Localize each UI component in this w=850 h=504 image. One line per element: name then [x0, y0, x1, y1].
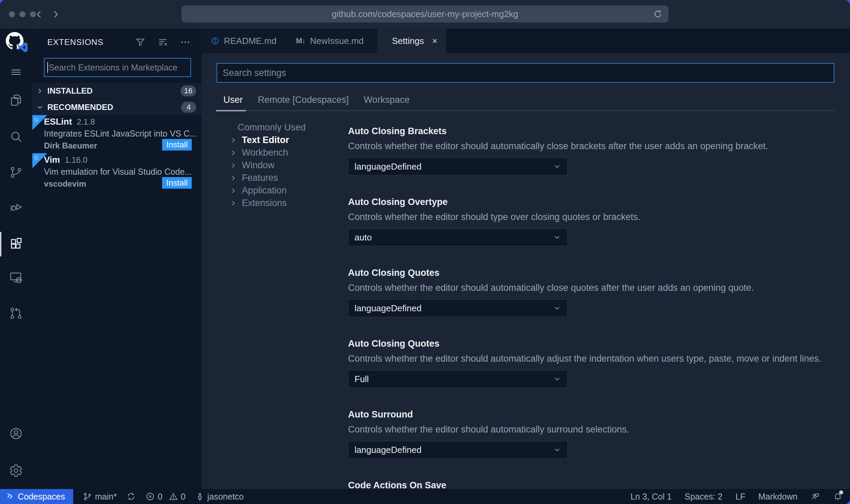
text-cursor	[47, 62, 48, 73]
menu-icon[interactable]	[9, 65, 23, 80]
source-control-icon[interactable]	[9, 165, 23, 180]
feedback-icon[interactable]	[810, 492, 820, 501]
setting-auto-closing-quotes: Auto Closing Quotes Controls whether the…	[348, 267, 835, 317]
branch-indicator[interactable]: main*	[83, 492, 117, 502]
auto-closing-overtype-select[interactable]: auto	[348, 229, 568, 246]
setting-auto-closing-brackets: Auto Closing Brackets Controls whether t…	[348, 125, 835, 175]
remote-indicator[interactable]: Codespaces	[0, 489, 73, 504]
minimize-window-button[interactable]	[19, 11, 26, 17]
sidebar-header: EXTENSIONS	[32, 29, 202, 56]
branch-icon	[83, 492, 92, 501]
recommended-section-header[interactable]: RECOMMENDED 4	[32, 99, 202, 115]
indentation[interactable]: Spaces: 2	[684, 492, 722, 502]
active-scope-underline	[216, 110, 246, 111]
remote-explorer-icon[interactable]	[9, 270, 23, 285]
eol-indicator[interactable]: LF	[735, 492, 745, 502]
error-icon	[145, 492, 155, 501]
tab-label: Settings	[392, 36, 424, 46]
problems-indicator[interactable]: 0 0	[145, 492, 186, 502]
setting-description: Controls whether the editor should autom…	[348, 282, 835, 294]
scope-tab-user[interactable]: User	[223, 95, 243, 105]
toc-application[interactable]: Application	[229, 184, 287, 197]
more-actions-icon[interactable]	[180, 37, 191, 48]
auto-surround-select[interactable]: languageDefined	[348, 441, 568, 459]
extension-version: 1.16.0	[65, 155, 88, 164]
installed-section-header[interactable]: INSTALLED 16	[32, 83, 202, 99]
search-icon[interactable]	[9, 129, 23, 144]
extensions-icon[interactable]	[9, 236, 23, 251]
filter-icon[interactable]	[135, 37, 146, 48]
run-debug-icon[interactable]	[9, 200, 23, 215]
notifications-bell[interactable]	[833, 492, 843, 501]
chevron-right-icon	[229, 136, 238, 144]
setting-auto-indent: Auto Closing Quotes Controls whether the…	[348, 338, 835, 388]
auto-closing-quotes-select[interactable]: languageDefined	[348, 299, 568, 317]
extension-author: vscodevim	[44, 179, 86, 189]
auto-indent-select[interactable]: Full	[348, 370, 568, 388]
chevron-right-icon	[32, 87, 47, 95]
close-window-button[interactable]	[9, 11, 15, 17]
sync-icon	[126, 492, 136, 501]
close-icon[interactable]: ×	[432, 36, 437, 46]
settings-search-input[interactable]	[217, 63, 834, 83]
setting-code-actions-on-save: Code Actions On Save	[348, 479, 835, 489]
installed-count-badge: 16	[180, 85, 196, 96]
tab-readme[interactable]: README.md	[202, 29, 286, 53]
github-logo-icon	[6, 32, 26, 51]
explorer-icon[interactable]	[9, 93, 23, 108]
extension-version: 2.1.8	[77, 117, 95, 126]
extensions-search-input[interactable]	[44, 58, 191, 77]
chevron-right-icon	[229, 187, 238, 195]
clear-filter-icon[interactable]	[157, 37, 168, 48]
scope-tab-remote[interactable]: Remote [Codespaces]	[258, 95, 349, 105]
info-icon	[211, 36, 219, 46]
toc-commonly-used[interactable]: Commonly Used	[238, 121, 306, 134]
toc-extensions[interactable]: Extensions	[229, 197, 287, 209]
scope-tab-workspace[interactable]: Workspace	[364, 95, 410, 105]
language-mode[interactable]: Markdown	[758, 492, 798, 502]
live-user-indicator[interactable]: jasonetco	[195, 492, 244, 502]
status-bar: Codespaces main* 0 0 jasonetco Ln 3, Col…	[0, 489, 850, 504]
recommended-count-badge: 4	[181, 102, 196, 113]
cursor-position[interactable]: Ln 3, Col 1	[630, 492, 672, 502]
sync-indicator[interactable]	[126, 492, 136, 501]
settings-editor: User Remote [Codespaces] Workspace Commo…	[202, 53, 850, 489]
toc-features[interactable]: Features	[229, 172, 278, 184]
tab-settings[interactable]: Settings ×	[378, 29, 446, 53]
account-icon[interactable]	[9, 426, 23, 441]
install-button[interactable]: Install	[162, 177, 192, 189]
scope-tabs-divider	[216, 110, 834, 111]
address-bar[interactable]: github.com/codespaces/user-my-project-mg…	[182, 5, 668, 22]
chevron-down-icon	[553, 233, 561, 241]
toc-text-editor[interactable]: Text Editor	[229, 134, 289, 146]
extension-name: ESLint	[44, 116, 72, 127]
toc-window[interactable]: Window	[229, 159, 274, 172]
setting-description: Controls whether the editor should autom…	[348, 352, 835, 365]
setting-title: Auto Closing Brackets	[348, 125, 835, 137]
pull-requests-icon[interactable]	[9, 306, 23, 321]
extension-item-vim[interactable]: ☆ Vim1.16.0 Vim emulation for Visual Stu…	[32, 153, 202, 191]
setting-title: Auto Closing Overtype	[348, 196, 835, 208]
setting-description: Controls whether the editor should autom…	[348, 140, 835, 152]
settings-gear-icon[interactable]	[9, 463, 23, 478]
toc-workbench[interactable]: Workbench	[229, 146, 288, 159]
setting-title: Auto Surround	[348, 409, 835, 420]
back-button[interactable]	[33, 7, 46, 21]
auto-closing-brackets-select[interactable]: languageDefined	[348, 158, 568, 175]
extensions-sidebar: EXTENSIONS INSTALLED 16 RECOMMENDED 4	[32, 29, 202, 489]
editor-tab-bar: README.md M↓ NewIssue.md Settings ×	[202, 29, 850, 53]
setting-title: Code Actions On Save	[348, 479, 835, 489]
warning-count: 0	[181, 492, 186, 502]
setting-description: Controls whether the editor should type …	[348, 211, 835, 223]
browser-window: github.com/codespaces/user-my-project-mg…	[0, 0, 850, 504]
forward-button[interactable]	[48, 7, 62, 21]
tab-newissue[interactable]: M↓ NewIssue.md	[286, 29, 378, 53]
browser-chrome: github.com/codespaces/user-my-project-mg…	[0, 0, 850, 29]
notification-dot	[839, 490, 843, 494]
extension-item-eslint[interactable]: ☆ ESLint2.1.8 Integrates ESLint JavaScri…	[32, 115, 202, 153]
tab-label: NewIssue.md	[310, 36, 364, 46]
reload-icon[interactable]	[653, 9, 663, 21]
extension-author: Dirk Baeumer	[44, 141, 97, 151]
window-controls[interactable]	[9, 11, 36, 17]
install-button[interactable]: Install	[162, 139, 192, 151]
